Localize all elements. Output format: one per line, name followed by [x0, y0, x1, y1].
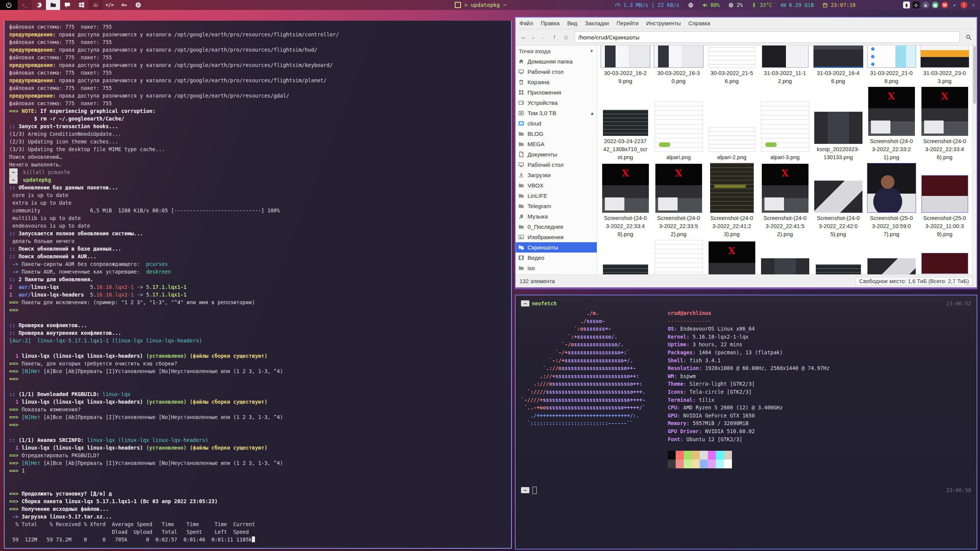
up-button[interactable]: ↑: [549, 32, 559, 42]
workspace-code-icon[interactable]: </>: [103, 0, 117, 10]
file-name: 31-03-2022_11-12.png: [763, 69, 807, 85]
sidebar-item-Рабочий стол[interactable]: Рабочий стол: [516, 160, 597, 170]
file-item[interactable]: ksnip_20220323-130133.png: [812, 86, 865, 162]
terminal-color-palette: [668, 451, 830, 468]
file-item[interactable]: 31-03-2022_21-08.png: [865, 46, 918, 86]
sidebar-item-Устройства[interactable]: Устройства: [516, 98, 597, 108]
file-item[interactable]: [705, 239, 758, 274]
tray-alert-icon[interactable]: !: [960, 2, 967, 8]
file-item[interactable]: 30-03-2022_16-30.png: [652, 46, 705, 86]
tray-keepass-icon[interactable]: ◇: [913, 2, 920, 8]
tray-mega-icon[interactable]: ▲: [922, 2, 929, 8]
file-item[interactable]: [865, 239, 918, 274]
file-item[interactable]: alpari.png: [652, 86, 705, 162]
menu-Правка[interactable]: Правка: [537, 20, 564, 26]
tray-indicator-icon[interactable]: ▮: [903, 2, 910, 8]
menu-Вид[interactable]: Вид: [564, 20, 581, 26]
tray-m-app-icon[interactable]: M: [941, 2, 948, 8]
workspace-chat-icon[interactable]: [60, 0, 74, 10]
file-item[interactable]: 31-03-2022_23-03.png: [918, 46, 971, 86]
forward-button[interactable]: →: [538, 32, 548, 42]
workspace-firefox-icon[interactable]: [32, 0, 46, 10]
palette-swatch: [676, 451, 684, 460]
file-item[interactable]: Screenshot-(24-03-2022_22:41:23).png: [705, 162, 758, 239]
sidebar-item-Приложения[interactable]: Приложения: [516, 87, 597, 98]
file-name: Screenshot-(25-03-2022_10:59:07).png: [869, 214, 914, 238]
terminal-window-updatepkg[interactable]: файловая система: 775 пакет: 755предупре…: [4, 21, 512, 549]
folder-icon: [518, 265, 524, 271]
file-item[interactable]: Screenshot-(24-03-2022_22:33:49).png: [599, 162, 652, 239]
terminal-cursor: [532, 487, 537, 494]
sidebar-item-iso[interactable]: iso: [516, 263, 597, 273]
menu-Справка[interactable]: Справка: [685, 20, 714, 26]
file-item[interactable]: alpari-3.png: [758, 86, 812, 162]
chevron-down-icon: ▼: [590, 49, 594, 53]
file-item[interactable]: [758, 239, 812, 274]
sidebar-item-VBOX[interactable]: VBOX: [516, 180, 597, 191]
file-item[interactable]: Screenshot-(24-03-2022_22:33:21).png: [865, 86, 918, 162]
sidebar-item-Музыка[interactable]: Музыка: [516, 211, 597, 222]
file-item[interactable]: Screenshot-(25-03-2022_10:59:07).png: [865, 162, 918, 239]
workspace-key-icon[interactable]: [117, 0, 131, 10]
home-button[interactable]: ⌂: [561, 32, 571, 42]
menu-Инструменты[interactable]: Инструменты: [642, 20, 684, 26]
path-bar[interactable]: /home/crud/Скриншоты: [575, 31, 960, 43]
file-item[interactable]: [599, 239, 652, 274]
neofetch-ascii-logo: ./o. ./sssso- `:osssssss+- `:+ssssssssss…: [521, 309, 645, 468]
palette-swatch: [724, 451, 732, 460]
file-manager-window[interactable]: ФайлПравкаВидЗакладкиПерейтиИнструментыС…: [515, 17, 977, 289]
file-item[interactable]: 31-03-2022_11-12.png: [758, 46, 812, 86]
file-item[interactable]: Screenshot-(24-03-2022_22:42:05).png: [812, 162, 865, 239]
sidebar-item-Видео[interactable]: Видео: [516, 253, 597, 263]
sidebar-item-BLOG[interactable]: BLOG: [516, 129, 597, 139]
file-item[interactable]: Screenshot-(24-03-2022_22:33:46).png: [918, 86, 971, 162]
sidebar-item-Рабочий стол[interactable]: Рабочий стол: [516, 67, 597, 77]
file-item[interactable]: [812, 239, 865, 274]
workspace-files-icon[interactable]: [46, 0, 60, 10]
tray-drop-icon[interactable]: ●: [951, 2, 958, 8]
file-item[interactable]: 2022-03-24-223742_1308x710_scrot.png: [599, 86, 652, 162]
sidebar-item-cloud[interactable]: cloud: [516, 118, 597, 129]
terminal-window-neofetch[interactable]: ~ neofetch 23:06:52 ./o. ./sssso- `:osss…: [515, 295, 977, 549]
file-item[interactable]: alpari-2.png: [705, 86, 758, 162]
tray-flameshot-icon[interactable]: ▣: [932, 2, 939, 8]
menu-Закладки[interactable]: Закладки: [581, 20, 613, 26]
sidebar-item-Корзина[interactable]: Корзина: [516, 77, 597, 87]
file-item[interactable]: [918, 239, 971, 274]
places-header[interactable]: Точки входа ▼: [516, 46, 597, 56]
workspace-power-icon[interactable]: [0, 0, 18, 10]
workspace-image-icon[interactable]: [88, 0, 103, 10]
file-thumbnail: [603, 264, 648, 274]
file-item[interactable]: 31-03-2022_16-46.png: [812, 46, 865, 86]
file-item[interactable]: 30-03-2022_21-56.png: [705, 46, 758, 86]
tray-lamp-icon[interactable]: ○: [970, 2, 977, 8]
sidebar-item-Том 3,0 ТВ[interactable]: Том 3,0 ТВ▲: [516, 108, 597, 118]
scrollbar[interactable]: [972, 46, 977, 274]
sidebar-item-LinLIFE[interactable]: LinLIFE: [516, 191, 597, 201]
history-dropdown-icon[interactable]: ⌄: [530, 32, 536, 42]
menu-Файл[interactable]: Файл: [516, 20, 537, 26]
back-button[interactable]: ←: [519, 32, 529, 42]
focused-window-title: > updatepkg ~: [455, 0, 506, 10]
sidebar-item-Документы[interactable]: Документы: [516, 149, 597, 160]
sidebar-item-Загрузки[interactable]: Загрузки: [516, 170, 597, 180]
sidebar-item-Домашняя папка[interactable]: Домашняя папка: [516, 56, 597, 67]
home-icon: [518, 58, 524, 65]
file-thumbnail: [921, 253, 968, 274]
file-item[interactable]: Screenshot-(24-03-2022_22:33:52).png: [652, 162, 705, 239]
sidebar-item-MEGA[interactable]: MEGA: [516, 139, 597, 149]
workspace-music-icon[interactable]: [131, 0, 145, 10]
file-item[interactable]: [652, 239, 705, 274]
menu-Перейти[interactable]: Перейти: [613, 20, 642, 26]
file-item[interactable]: Screenshot-(24-03-2022_22:41:52).png: [758, 162, 812, 239]
sidebar-item-Изображения[interactable]: Изображения: [516, 232, 597, 242]
search-icon[interactable]: [964, 32, 973, 42]
sidebar-item-Telegram[interactable]: Telegram: [516, 201, 597, 211]
workspace-windows-icon[interactable]: [74, 0, 88, 10]
sidebar-item-0_Последнее[interactable]: 0_Последнее: [516, 222, 597, 232]
sidebar-item-Скриншоты[interactable]: Скриншоты: [516, 242, 597, 253]
eject-icon[interactable]: ▲: [590, 111, 595, 116]
workspace-terminal-icon[interactable]: >_: [18, 0, 32, 10]
file-item[interactable]: Screenshot-(25-03-2022_11:00:39).png: [918, 162, 971, 239]
file-item[interactable]: 30-03-2022_16-29.png: [599, 46, 652, 86]
